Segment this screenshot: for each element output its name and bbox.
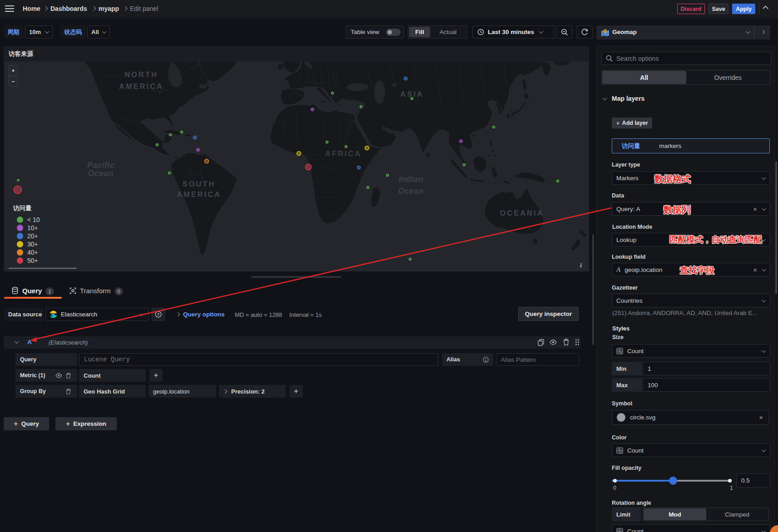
svg-text:AMERICA: AMERICA <box>119 82 164 90</box>
svg-text:NORTH: NORTH <box>124 70 158 79</box>
svg-text:?: ? <box>157 312 160 317</box>
svg-text:SOUTH: SOUTH <box>183 180 216 188</box>
svg-text:AFRICA: AFRICA <box>325 149 362 158</box>
svg-text:i: i <box>485 357 486 362</box>
svg-text:Indian: Indian <box>399 175 424 184</box>
svg-text:ASIA: ASIA <box>400 90 423 98</box>
svg-text:Ocean: Ocean <box>88 169 114 178</box>
svg-text:AMERICA: AMERICA <box>177 190 221 198</box>
svg-text:OCEANIA: OCEANIA <box>500 209 544 217</box>
svg-text:Pacific: Pacific <box>87 161 114 170</box>
svg-text:Ocean: Ocean <box>398 187 424 196</box>
